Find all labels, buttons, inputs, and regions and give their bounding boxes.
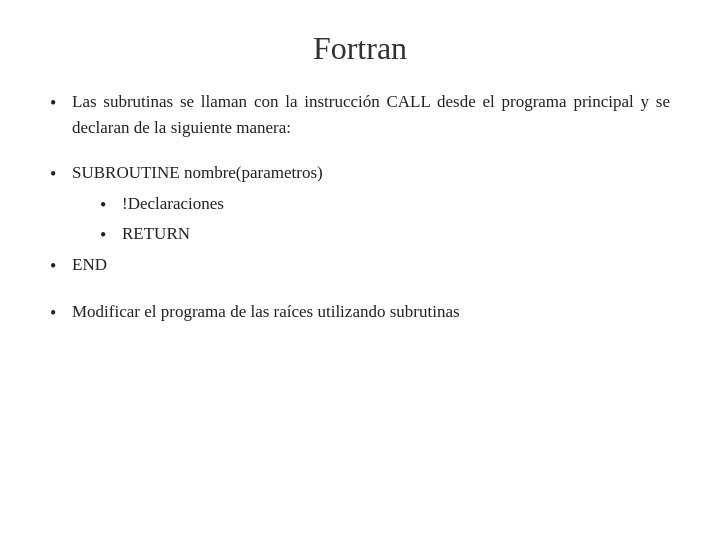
code-item-2: • RETURN — [50, 221, 670, 250]
code-item-1: • !Declaraciones — [50, 191, 670, 220]
code-text-0: SUBROUTINE nombre(parametros) — [72, 160, 323, 186]
modify-bullet-item: • Modificar el programa de las raíces ut… — [50, 299, 670, 328]
modify-text: Modificar el programa de las raíces util… — [72, 299, 670, 325]
page: Fortran • Las subrutinas se llaman con l… — [0, 0, 720, 540]
code-text-1: !Declaraciones — [122, 191, 224, 217]
code-bullet-2: • — [100, 221, 122, 250]
code-text-3: END — [72, 252, 107, 278]
code-bullet-3: • — [50, 252, 72, 281]
bullet-modify: • — [50, 299, 72, 328]
bullet-intro: • — [50, 89, 72, 118]
intro-bullet-item: • Las subrutinas se llaman con la instru… — [50, 89, 670, 142]
page-title: Fortran — [50, 30, 670, 67]
code-section: • SUBROUTINE nombre(parametros) • !Decla… — [50, 160, 670, 282]
code-bullet-1: • — [100, 191, 122, 220]
code-text-2: RETURN — [122, 221, 190, 247]
code-bullet-0: • — [50, 160, 72, 189]
content-area: • Las subrutinas se llaman con la instru… — [50, 89, 670, 346]
intro-text: Las subrutinas se llaman con la instrucc… — [72, 89, 670, 142]
code-item-3: • END — [50, 252, 670, 281]
code-item-0: • SUBROUTINE nombre(parametros) — [50, 160, 670, 189]
